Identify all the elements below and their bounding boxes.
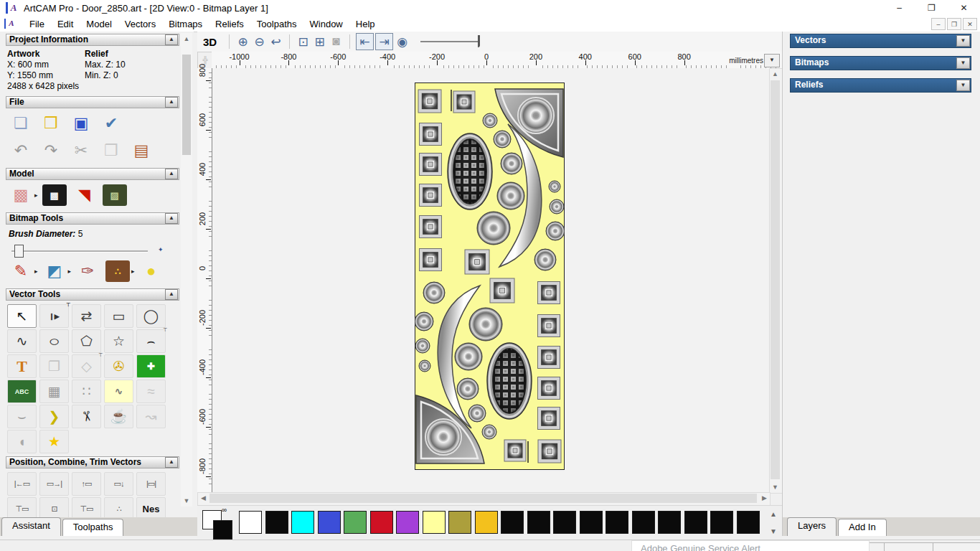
transform-vectors-icon[interactable]: ⇄ (72, 304, 101, 328)
tab-assistant[interactable]: Assistant (1, 517, 61, 536)
scroll-up-icon[interactable]: ▲ (770, 69, 781, 80)
section-project-information[interactable]: Project Information ▲ (6, 34, 179, 46)
menu-reliefs[interactable]: Reliefs (209, 17, 250, 31)
redo-icon[interactable]: ↷ (39, 140, 63, 161)
tab-add-in[interactable]: Add In (838, 519, 887, 536)
palette-swatch-13[interactable] (580, 511, 603, 534)
menu-vectors[interactable]: Vectors (118, 17, 162, 31)
section-model[interactable]: Model ▲ (6, 168, 179, 180)
palette-swatch-2[interactable] (291, 511, 314, 534)
palette-icon[interactable]: ∴ (105, 260, 130, 282)
palette-swatch-19[interactable] (737, 511, 760, 534)
spline-icon[interactable]: ↝ (136, 405, 166, 428)
scroll-down-icon[interactable]: ▼ (770, 482, 781, 493)
model-from-greyscale-icon[interactable]: ▩ (42, 184, 67, 206)
menu-edit[interactable]: Edit (51, 17, 80, 31)
node-editing-icon[interactable]: ❙▶⊤ (39, 304, 69, 328)
horizontal-scrollbar[interactable]: ◀ ▶ (197, 492, 771, 506)
align-bottom-icon[interactable]: ▭↓ (104, 472, 133, 496)
mdi-close-button[interactable]: ✕ (963, 18, 977, 30)
envelope-distort-icon[interactable]: ▦ (39, 380, 69, 403)
collapse-icon[interactable]: ▲ (165, 169, 178, 179)
slider-handle[interactable] (478, 35, 480, 47)
vectors-bar[interactable]: Vectors ▼ (790, 34, 971, 48)
create-rectangle-icon[interactable]: ▭ (104, 304, 133, 328)
zoom-fit-icon[interactable]: ⊞ (311, 34, 328, 50)
palette-swatch-16[interactable] (658, 511, 681, 534)
adobe-alert-popup[interactable]: Adobe Genuine Service Alert (631, 540, 870, 551)
tab-layers[interactable]: Layers (787, 517, 837, 536)
create-arc-icon[interactable]: ⌢⊤ (136, 329, 166, 353)
previous-bitmap-layer-button[interactable]: ⇤ (356, 33, 374, 50)
create-star-icon[interactable]: ☆ (104, 329, 133, 353)
palette-swatch-9[interactable] (475, 511, 498, 534)
scroll-thumb[interactable] (209, 494, 757, 503)
flyout-arrow-icon[interactable]: ▸ (68, 268, 72, 275)
next-bitmap-layer-button[interactable]: ⇥ (375, 33, 393, 50)
2d-view-canvas[interactable] (212, 68, 769, 492)
slider-thumb[interactable] (14, 245, 24, 258)
scroll-right-icon[interactable]: ▶ (759, 493, 770, 504)
palette-swatch-10[interactable] (501, 511, 524, 534)
section-position-combine-trim[interactable]: Position, Combine, Trim Vectors ▲ (6, 456, 179, 468)
section-bitmap-tools[interactable]: Bitmap Tools ▲ (6, 212, 179, 225)
vertical-scrollbar[interactable]: ▲ ▼ (769, 68, 783, 494)
wizard-star-icon[interactable]: ★ (39, 430, 69, 453)
zoom-in-icon[interactable]: ⊕ (235, 34, 251, 50)
new-model-icon[interactable]: ❏ (9, 113, 33, 134)
palette-swatch-18[interactable] (710, 511, 733, 534)
flyout-arrow-icon[interactable]: ▸ (131, 268, 135, 275)
collapse-icon[interactable]: ▲ (165, 289, 178, 300)
dropdown-icon[interactable]: ▼ (956, 35, 970, 47)
scroll-down-icon[interactable]: ▼ (181, 495, 192, 507)
section-file[interactable]: File ▲ (6, 96, 179, 108)
greyscale-from-model-icon[interactable]: ▩ (9, 184, 33, 206)
text-block-icon[interactable]: ABC (7, 380, 37, 403)
texture-relief-icon[interactable]: ▨ (103, 184, 127, 206)
fit-curve-icon[interactable]: ∿ (104, 380, 133, 403)
measure-icon[interactable]: ✇ (104, 354, 133, 378)
palette-swatch-17[interactable] (684, 511, 707, 534)
close-button[interactable]: ✕ (948, 0, 980, 16)
mirror-vectors-icon[interactable]: ◖ (7, 430, 37, 453)
palette-swatch-4[interactable] (344, 511, 367, 534)
paste-along-curve-icon[interactable]: ∷ (72, 380, 101, 403)
palette-swatch-6[interactable] (396, 511, 419, 534)
menu-file[interactable]: File (23, 17, 51, 31)
primary-secondary-colour[interactable]: ∞ (202, 509, 238, 539)
palette-swatch-7[interactable] (423, 511, 446, 534)
brush-diameter-slider[interactable]: ✦ (9, 245, 194, 258)
scroll-thumb[interactable] (771, 80, 780, 479)
scroll-up-icon[interactable]: ▲ (181, 33, 192, 44)
model-wizard-icon[interactable]: ✔ (99, 113, 123, 134)
pick-colour-icon[interactable]: ✑ (75, 260, 100, 282)
reliefs-bar[interactable]: Reliefs ▼ (790, 78, 971, 93)
palette-swatch-15[interactable] (632, 511, 655, 534)
secondary-colour-swatch[interactable] (213, 520, 232, 540)
copy-icon[interactable]: ❐ (99, 140, 123, 161)
dropdown-icon[interactable]: ▼ (956, 57, 970, 69)
create-ellipse-icon[interactable]: ○ (39, 329, 69, 353)
trim-vectors-icon[interactable]: ✂ (72, 405, 101, 428)
lighting-icon[interactable]: ◥ (72, 184, 97, 206)
align-left-icon[interactable]: |←▭ (7, 472, 37, 496)
zoom-object-icon[interactable]: ◙ (328, 34, 344, 50)
paste-weave-icon[interactable]: ❐ (39, 354, 69, 378)
fillet-icon[interactable]: ⌣ (7, 405, 37, 428)
undo-icon[interactable]: ↶ (9, 140, 33, 161)
vector-doctor-icon[interactable]: ☕ (104, 405, 133, 428)
bitmap-visibility-icon[interactable]: ◉ (394, 34, 410, 50)
flood-fill-icon[interactable]: ◩ (42, 260, 67, 282)
link-colours-icon[interactable]: ∞ (222, 506, 227, 514)
palette-scroll[interactable]: ▲ ▼ (767, 509, 780, 537)
scroll-left-icon[interactable]: ◀ (198, 493, 209, 504)
dropdown-icon[interactable]: ▼ (956, 80, 970, 91)
create-polyline-icon[interactable]: ∿ (7, 329, 37, 353)
menu-window[interactable]: Window (303, 17, 349, 31)
align-top-icon[interactable]: ↑▭ (72, 472, 101, 496)
collapse-icon[interactable]: ▲ (165, 213, 178, 224)
doctor-cross-icon[interactable]: ✚ (136, 354, 166, 378)
align-centre-icon[interactable]: |▭| (136, 472, 166, 496)
join-vectors-icon[interactable]: ❯ (39, 405, 69, 428)
palette-swatch-3[interactable] (318, 511, 341, 534)
